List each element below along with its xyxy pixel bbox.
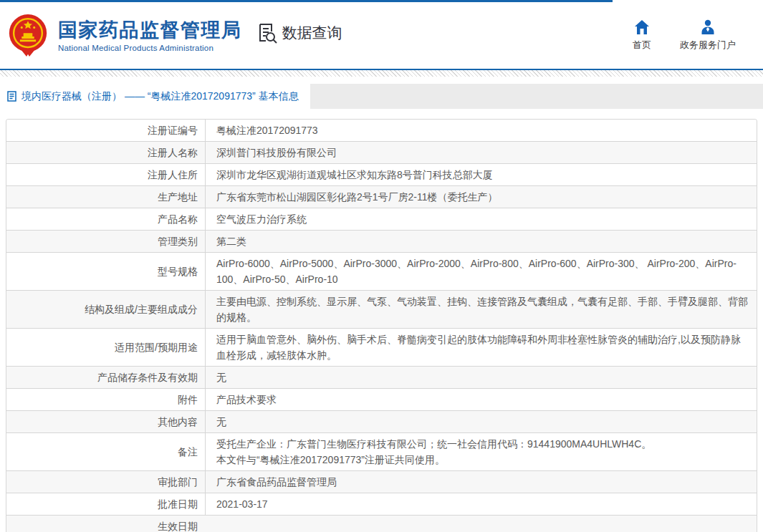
row-value: 深圳市龙华区观湖街道观城社区求知东路8号普门科技总部大厦 [206, 164, 757, 185]
hatch-band [0, 70, 763, 77]
row-value: 空气波压力治疗系统 [206, 208, 757, 230]
breadcrumb: 境内医疗器械（注册） —— “粤械注准20172091773” 基本信息 [0, 84, 310, 109]
site-subtitle: National Medical Products Administration [58, 44, 242, 52]
row-label: 型号规格 [6, 253, 206, 290]
data-query-label: 数据查询 [282, 23, 342, 43]
registration-info-table: 注册证编号粤械注准20172091773注册人名称深圳普门科技股份有限公司注册人… [6, 119, 757, 532]
header-nav: 首页 政务服务门户 [633, 19, 756, 52]
document-search-icon [256, 22, 278, 44]
home-icon [633, 19, 651, 35]
table-row: 适用范围/预期用途适用于脑血管意外、脑外伤、脑手术后、脊髓病变引起的肢体功能障碍… [6, 329, 757, 367]
row-value: 适用于脑血管意外、脑外伤、脑手术后、脊髓病变引起的肢体功能障碍和外周非栓塞性脉管… [206, 329, 757, 366]
nav-home[interactable]: 首页 [633, 19, 651, 52]
row-value: 2021-03-17 [206, 493, 757, 515]
table-row: 审批部门广东省食品药品监督管理局 [6, 471, 757, 493]
table-row: 生产地址广东省东莞市松山湖园区彰化路2号1号厂房2-11楼（委托生产） [6, 186, 757, 208]
table-row: 其他内容无 [6, 411, 757, 433]
row-label: 适用范围/预期用途 [6, 329, 206, 366]
row-value: 广东省东莞市松山湖园区彰化路2号1号厂房2-11楼（委托生产） [206, 186, 757, 208]
row-label: 批准日期 [6, 493, 206, 515]
row-label: 管理类别 [6, 231, 206, 252]
data-query-section[interactable]: 数据查询 [256, 22, 342, 44]
row-label: 结构及组成/主要组成成分 [6, 291, 206, 328]
row-label: 注册证编号 [6, 120, 206, 141]
table-row: 型号规格AirPro-6000、AirPro-5000、AirPro-3000、… [6, 253, 757, 291]
nav-portal-label: 政务服务门户 [680, 39, 736, 52]
table-row: 附件产品技术要求 [6, 389, 757, 411]
user-icon [699, 19, 716, 35]
row-label: 生产地址 [6, 186, 206, 208]
national-emblem-icon [6, 12, 50, 59]
row-value: 第二类 [206, 231, 757, 252]
row-value: 无 [206, 367, 757, 388]
row-label: 生效日期 [6, 516, 206, 532]
table-row: 备注受托生产企业：广东普门生物医疗科技有限公司；统一社会信用代码：9144190… [6, 433, 757, 471]
table-row: 注册证编号粤械注准20172091773 [6, 120, 757, 142]
table-row: 产品名称空气波压力治疗系统 [6, 208, 757, 231]
row-label: 注册人名称 [6, 142, 206, 163]
nav-portal[interactable]: 政务服务门户 [680, 19, 736, 52]
breadcrumb-bar: 境内医疗器械（注册） —— “粤械注准20172091773” 基本信息 [0, 84, 763, 109]
row-value: 无 [206, 411, 757, 432]
table-row: 注册人名称深圳普门科技股份有限公司 [6, 142, 757, 164]
row-value: 受托生产企业：广东普门生物医疗科技有限公司；统一社会信用代码：91441900M… [206, 433, 757, 470]
row-value: 广东省食品药品监督管理局 [206, 471, 757, 493]
row-value [206, 516, 757, 532]
row-value: 产品技术要求 [206, 389, 757, 410]
row-value: AirPro-6000、AirPro-5000、AirPro-3000、AirP… [206, 253, 757, 290]
row-label: 产品储存条件及有效期 [6, 367, 206, 388]
row-value: 主要由电源、控制系统、显示屏、气泵、气动装置、挂钩、连接管路及气囊组成，气囊有足… [206, 291, 757, 328]
row-label: 审批部门 [6, 471, 206, 493]
table-row: 注册人住所深圳市龙华区观湖街道观城社区求知东路8号普门科技总部大厦 [6, 164, 757, 186]
site-logo[interactable]: 国家药品监督管理局 National Medical Products Admi… [6, 12, 242, 59]
row-value: 深圳普门科技股份有限公司 [206, 142, 757, 163]
row-label: 注册人住所 [6, 164, 206, 185]
file-icon [7, 91, 16, 102]
table-row: 管理类别第二类 [6, 231, 757, 253]
site-header: 国家药品监督管理局 National Medical Products Admi… [0, 2, 763, 69]
row-label: 附件 [6, 389, 206, 410]
row-value: 粤械注准20172091773 [206, 120, 757, 141]
table-row: 产品储存条件及有效期无 [6, 367, 757, 389]
breadcrumb-text: 境内医疗器械（注册） —— “粤械注准20172091773” 基本信息 [21, 90, 299, 103]
table-row: 批准日期2021-03-17 [6, 493, 757, 516]
row-label: 备注 [6, 433, 206, 470]
table-row: 结构及组成/主要组成成分主要由电源、控制系统、显示屏、气泵、气动装置、挂钩、连接… [6, 291, 757, 329]
row-label: 其他内容 [6, 411, 206, 432]
site-title: 国家药品监督管理局 [58, 19, 242, 41]
row-label: 产品名称 [6, 208, 206, 230]
table-row: 生效日期 [6, 516, 757, 532]
nav-home-label: 首页 [633, 39, 651, 52]
